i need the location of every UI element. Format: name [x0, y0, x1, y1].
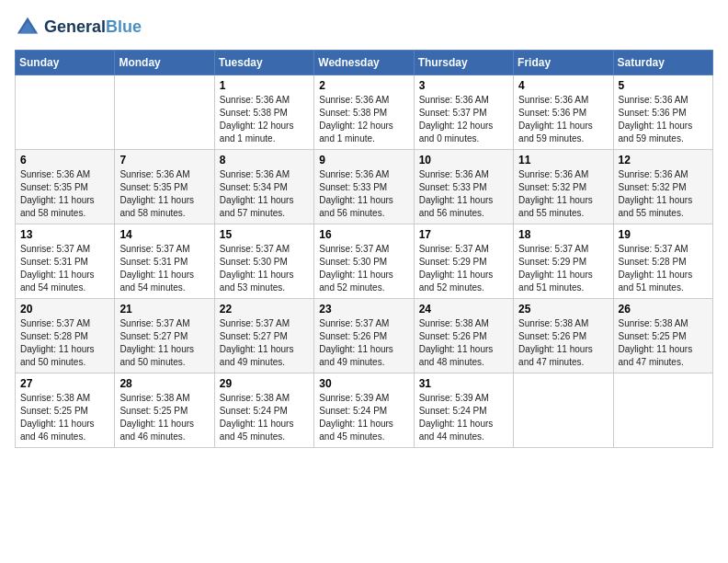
day-detail: Sunrise: 5:37 AM Sunset: 5:31 PM Dayligh… — [20, 243, 109, 294]
day-detail: Sunrise: 5:36 AM Sunset: 5:35 PM Dayligh… — [119, 168, 209, 220]
day-number: 27 — [20, 377, 109, 390]
day-detail: Sunrise: 5:38 AM Sunset: 5:25 PM Dayligh… — [619, 317, 708, 369]
weekday-header: Friday — [514, 51, 613, 75]
calendar-day-cell: 17Sunrise: 5:37 AM Sunset: 5:29 PM Dayli… — [414, 224, 513, 299]
calendar-day-cell: 1Sunrise: 5:36 AM Sunset: 5:38 PM Daylig… — [214, 75, 313, 150]
day-number: 30 — [319, 377, 408, 390]
day-number: 11 — [518, 154, 608, 167]
day-number: 20 — [20, 303, 109, 316]
calendar-day-cell: 12Sunrise: 5:36 AM Sunset: 5:32 PM Dayli… — [613, 150, 712, 224]
day-number: 3 — [419, 79, 508, 92]
day-detail: Sunrise: 5:36 AM Sunset: 5:34 PM Dayligh… — [220, 168, 309, 220]
day-detail: Sunrise: 5:37 AM Sunset: 5:30 PM Dayligh… — [319, 243, 408, 294]
day-number: 12 — [619, 154, 708, 167]
calendar-table: SundayMondayTuesdayWednesdayThursdayFrid… — [15, 50, 713, 448]
day-number: 10 — [419, 154, 508, 167]
day-number: 23 — [319, 303, 408, 316]
calendar-day-cell: 15Sunrise: 5:37 AM Sunset: 5:30 PM Dayli… — [214, 224, 313, 299]
day-number: 4 — [518, 79, 608, 92]
day-number: 29 — [220, 377, 309, 390]
day-detail: Sunrise: 5:38 AM Sunset: 5:26 PM Dayligh… — [419, 317, 508, 369]
day-number: 21 — [119, 303, 209, 316]
day-number: 5 — [619, 79, 708, 92]
calendar-day-cell: 7Sunrise: 5:36 AM Sunset: 5:35 PM Daylig… — [115, 150, 214, 224]
day-number: 9 — [319, 154, 408, 167]
day-number: 6 — [20, 154, 109, 167]
logo-icon — [15, 15, 40, 40]
day-detail: Sunrise: 5:37 AM Sunset: 5:27 PM Dayligh… — [119, 317, 209, 369]
day-detail: Sunrise: 5:36 AM Sunset: 5:32 PM Dayligh… — [518, 168, 608, 220]
day-number: 24 — [419, 303, 508, 316]
calendar-day-cell: 6Sunrise: 5:36 AM Sunset: 5:35 PM Daylig… — [16, 150, 115, 224]
day-number: 2 — [319, 79, 408, 92]
calendar-day-cell: 4Sunrise: 5:36 AM Sunset: 5:36 PM Daylig… — [514, 75, 613, 150]
day-detail: Sunrise: 5:36 AM Sunset: 5:38 PM Dayligh… — [220, 94, 309, 145]
day-detail: Sunrise: 5:37 AM Sunset: 5:28 PM Dayligh… — [20, 317, 109, 369]
day-detail: Sunrise: 5:38 AM Sunset: 5:24 PM Dayligh… — [220, 392, 309, 443]
calendar-day-cell: 24Sunrise: 5:38 AM Sunset: 5:26 PM Dayli… — [414, 299, 513, 373]
day-number: 17 — [419, 228, 508, 241]
calendar-week-row: 13Sunrise: 5:37 AM Sunset: 5:31 PM Dayli… — [16, 224, 713, 299]
day-detail: Sunrise: 5:38 AM Sunset: 5:25 PM Dayligh… — [119, 392, 209, 443]
calendar-day-cell — [16, 75, 115, 150]
calendar-day-cell — [115, 75, 214, 150]
calendar-day-cell: 26Sunrise: 5:38 AM Sunset: 5:25 PM Dayli… — [613, 299, 712, 373]
day-number: 31 — [419, 377, 508, 390]
day-detail: Sunrise: 5:37 AM Sunset: 5:27 PM Dayligh… — [220, 317, 309, 369]
calendar-day-cell: 2Sunrise: 5:36 AM Sunset: 5:38 PM Daylig… — [314, 75, 414, 150]
day-detail: Sunrise: 5:36 AM Sunset: 5:32 PM Dayligh… — [619, 168, 708, 220]
day-detail: Sunrise: 5:37 AM Sunset: 5:29 PM Dayligh… — [419, 243, 508, 294]
calendar-week-row: 6Sunrise: 5:36 AM Sunset: 5:35 PM Daylig… — [16, 150, 713, 224]
day-detail: Sunrise: 5:39 AM Sunset: 5:24 PM Dayligh… — [319, 392, 408, 443]
day-number: 14 — [119, 228, 209, 241]
calendar-day-cell: 11Sunrise: 5:36 AM Sunset: 5:32 PM Dayli… — [514, 150, 613, 224]
day-number: 25 — [518, 303, 608, 316]
calendar-day-cell — [613, 373, 712, 448]
day-detail: Sunrise: 5:38 AM Sunset: 5:26 PM Dayligh… — [518, 317, 608, 369]
day-detail: Sunrise: 5:36 AM Sunset: 5:33 PM Dayligh… — [319, 168, 408, 220]
weekday-header: Thursday — [414, 51, 513, 75]
calendar-day-cell: 19Sunrise: 5:37 AM Sunset: 5:28 PM Dayli… — [613, 224, 712, 299]
day-number: 28 — [119, 377, 209, 390]
day-number: 22 — [220, 303, 309, 316]
calendar-day-cell: 22Sunrise: 5:37 AM Sunset: 5:27 PM Dayli… — [214, 299, 313, 373]
calendar-day-cell: 10Sunrise: 5:36 AM Sunset: 5:33 PM Dayli… — [414, 150, 513, 224]
page-header: GeneralBlue — [15, 15, 713, 40]
weekday-header: Tuesday — [214, 51, 313, 75]
day-number: 15 — [220, 228, 309, 241]
day-detail: Sunrise: 5:36 AM Sunset: 5:36 PM Dayligh… — [619, 94, 708, 145]
calendar-header-row: SundayMondayTuesdayWednesdayThursdayFrid… — [16, 51, 713, 75]
logo: GeneralBlue — [15, 15, 142, 40]
day-number: 8 — [220, 154, 309, 167]
day-number: 7 — [119, 154, 209, 167]
calendar-week-row: 1Sunrise: 5:36 AM Sunset: 5:38 PM Daylig… — [16, 75, 713, 150]
calendar-day-cell: 20Sunrise: 5:37 AM Sunset: 5:28 PM Dayli… — [16, 299, 115, 373]
day-number: 19 — [619, 228, 708, 241]
calendar-day-cell: 28Sunrise: 5:38 AM Sunset: 5:25 PM Dayli… — [115, 373, 214, 448]
calendar-day-cell: 25Sunrise: 5:38 AM Sunset: 5:26 PM Dayli… — [514, 299, 613, 373]
calendar-day-cell: 14Sunrise: 5:37 AM Sunset: 5:31 PM Dayli… — [115, 224, 214, 299]
day-detail: Sunrise: 5:38 AM Sunset: 5:25 PM Dayligh… — [20, 392, 109, 443]
calendar-day-cell — [514, 373, 613, 448]
calendar-day-cell: 29Sunrise: 5:38 AM Sunset: 5:24 PM Dayli… — [214, 373, 313, 448]
day-detail: Sunrise: 5:36 AM Sunset: 5:33 PM Dayligh… — [419, 168, 508, 220]
weekday-header: Saturday — [613, 51, 712, 75]
day-detail: Sunrise: 5:37 AM Sunset: 5:30 PM Dayligh… — [220, 243, 309, 294]
day-detail: Sunrise: 5:39 AM Sunset: 5:24 PM Dayligh… — [419, 392, 508, 443]
calendar-day-cell: 16Sunrise: 5:37 AM Sunset: 5:30 PM Dayli… — [314, 224, 414, 299]
calendar-week-row: 27Sunrise: 5:38 AM Sunset: 5:25 PM Dayli… — [16, 373, 713, 448]
day-number: 13 — [20, 228, 109, 241]
calendar-day-cell: 21Sunrise: 5:37 AM Sunset: 5:27 PM Dayli… — [115, 299, 214, 373]
day-detail: Sunrise: 5:36 AM Sunset: 5:36 PM Dayligh… — [518, 94, 608, 145]
day-number: 26 — [619, 303, 708, 316]
day-detail: Sunrise: 5:36 AM Sunset: 5:37 PM Dayligh… — [419, 94, 508, 145]
calendar-day-cell: 3Sunrise: 5:36 AM Sunset: 5:37 PM Daylig… — [414, 75, 513, 150]
calendar-day-cell: 9Sunrise: 5:36 AM Sunset: 5:33 PM Daylig… — [314, 150, 414, 224]
weekday-header: Wednesday — [314, 51, 414, 75]
weekday-header: Sunday — [16, 51, 115, 75]
calendar-day-cell: 27Sunrise: 5:38 AM Sunset: 5:25 PM Dayli… — [16, 373, 115, 448]
day-detail: Sunrise: 5:37 AM Sunset: 5:29 PM Dayligh… — [518, 243, 608, 294]
calendar-week-row: 20Sunrise: 5:37 AM Sunset: 5:28 PM Dayli… — [16, 299, 713, 373]
day-detail: Sunrise: 5:36 AM Sunset: 5:35 PM Dayligh… — [20, 168, 109, 220]
calendar-day-cell: 30Sunrise: 5:39 AM Sunset: 5:24 PM Dayli… — [314, 373, 414, 448]
